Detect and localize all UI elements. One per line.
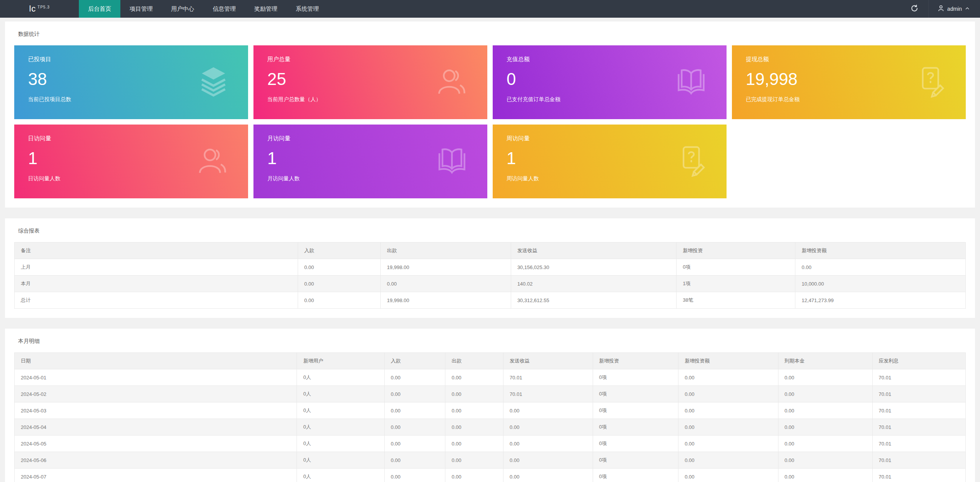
table-cell: 0.00 (503, 435, 593, 452)
card-title: 周访问量 (507, 135, 713, 142)
stats-panel: 数据统计 已投项目 38 当前已投项目总数 用户总量 25 当前 (5, 22, 975, 208)
table-row: 2024-05-010人0.000.0070.010项0.000.0070.01 (15, 369, 966, 386)
table-cell: 0.00 (385, 435, 445, 452)
summary-report-table: 备注入款出款发送收益新增投资新增投资额 上月0.0019,998.0030,15… (14, 242, 966, 309)
nav-item-system-management[interactable]: 系统管理 (287, 0, 328, 18)
table-cell: 12,471,273.99 (795, 292, 966, 309)
table-cell: 0人 (297, 452, 385, 469)
table-cell: 0.00 (445, 435, 503, 452)
table-cell: 0项 (593, 452, 678, 469)
table-cell: 2024-05-06 (15, 452, 297, 469)
table-cell: 70.01 (872, 469, 965, 482)
table-cell: 70.01 (872, 402, 965, 419)
table-row: 2024-05-030人0.000.000.000项0.000.0070.01 (15, 402, 966, 419)
table-cell: 0项 (593, 435, 678, 452)
table-cell: 70.01 (872, 452, 965, 469)
section-title-month-detail: 本月明细 (14, 336, 966, 352)
stat-card-daily-visits: 日访问量 1 日访问量人数 (14, 125, 248, 198)
topbar-right: admin (900, 0, 980, 18)
table-cell: 0.00 (678, 419, 778, 435)
table-cell: 0.00 (778, 469, 872, 482)
table-cell: 2024-05-04 (15, 419, 297, 435)
table-cell: 0.00 (298, 292, 380, 309)
table-cell: 70.01 (503, 369, 593, 386)
nav-item-user-center[interactable]: 用户中心 (162, 0, 203, 18)
stat-card-weekly-visits: 周访问量 1 周访问量人数 (493, 125, 727, 198)
table-cell: 0.00 (503, 469, 593, 482)
table-header-row: 备注入款出款发送收益新增投资新增投资额 (15, 243, 966, 259)
table-cell: 0.00 (778, 369, 872, 386)
table-cell: 0.00 (445, 369, 503, 386)
app-logo[interactable]: lc TP5.3 (0, 0, 79, 18)
table-cell: 0.00 (678, 469, 778, 482)
user-name: admin (947, 6, 962, 12)
column-header: 发送收益 (511, 243, 676, 259)
month-detail-table: 日期新增用户入款出款发送收益新增投资新增投资额到期本金应发利息 2024-05-… (14, 352, 966, 482)
table-cell: 0项 (593, 369, 678, 386)
card-title: 提现总额 (746, 56, 952, 63)
nav-item-project-management[interactable]: 项目管理 (120, 0, 162, 18)
stat-card-monthly-visits: 月访问量 1 月访问量人数 (253, 125, 487, 198)
table-cell: 0.00 (445, 419, 503, 435)
table-cell: 0项 (593, 419, 678, 435)
table-cell: 总计 (15, 292, 298, 309)
column-header: 入款 (385, 353, 445, 369)
logo-text: lc (29, 4, 36, 14)
table-cell: 0.00 (445, 469, 503, 482)
table-cell: 0项 (593, 386, 678, 402)
table-cell: 0.00 (503, 402, 593, 419)
table-cell: 0项 (677, 259, 795, 276)
table-cell: 0.00 (678, 369, 778, 386)
table-row: 2024-05-020人0.000.0070.010项0.000.0070.01 (15, 386, 966, 402)
table-cell: 0.00 (503, 452, 593, 469)
table-cell: 0.00 (678, 402, 778, 419)
nav-item-info-management[interactable]: 信息管理 (203, 0, 245, 18)
table-cell: 38笔 (677, 292, 795, 309)
table-cell: 0.00 (795, 259, 966, 276)
stat-card-withdraw-total: 提现总额 19,998 已完成提现订单总金额 (732, 45, 966, 119)
table-cell: 0.00 (778, 435, 872, 452)
refresh-button[interactable] (900, 0, 928, 18)
table-cell: 2024-05-07 (15, 469, 297, 482)
column-header: 出款 (381, 243, 511, 259)
month-detail-panel: 本月明细 日期新增用户入款出款发送收益新增投资新增投资额到期本金应发利息 202… (5, 329, 975, 482)
table-cell: 0.00 (778, 386, 872, 402)
card-title: 已投项目 (28, 56, 234, 63)
card-title: 充值总额 (507, 56, 713, 63)
section-title-summary: 综合报表 (14, 225, 966, 242)
table-cell: 19,998.00 (381, 292, 511, 309)
column-header: 新增投资 (593, 353, 678, 369)
table-cell: 0.00 (381, 276, 511, 292)
table-row: 2024-05-070人0.000.000.000项0.000.0070.01 (15, 469, 966, 482)
book-icon (674, 65, 708, 100)
nav-item-reward-management[interactable]: 奖励管理 (245, 0, 287, 18)
stat-card-recharge-total: 充值总额 0 已支付充值订单总金额 (493, 45, 727, 119)
table-header-row: 日期新增用户入款出款发送收益新增投资新增投资额到期本金应发利息 (15, 353, 966, 369)
refresh-icon (910, 4, 918, 14)
table-cell: 140.02 (511, 276, 676, 292)
nav-item-dashboard[interactable]: 后台首页 (79, 0, 120, 18)
logo-version: TP5.3 (38, 5, 50, 9)
table-cell: 0.00 (445, 386, 503, 402)
doc-question-icon (676, 145, 708, 178)
column-header: 到期本金 (778, 353, 872, 369)
table-cell: 0.00 (385, 402, 445, 419)
stat-card-invested-projects: 已投项目 38 当前已投项目总数 (14, 45, 248, 119)
column-header: 发送收益 (503, 353, 593, 369)
user-menu[interactable]: admin (929, 0, 980, 18)
table-cell: 0.00 (678, 386, 778, 402)
table-cell: 2024-05-02 (15, 386, 297, 402)
column-header: 日期 (15, 353, 297, 369)
table-cell: 0.00 (678, 452, 778, 469)
table-cell: 70.01 (503, 386, 593, 402)
layers-icon (197, 65, 230, 99)
stat-card-total-users: 用户总量 25 当前用户总数量（人） (253, 45, 487, 119)
users-icon (196, 144, 230, 179)
table-cell: 1项 (677, 276, 795, 292)
table-cell: 0人 (297, 402, 385, 419)
stat-cards-grid: 已投项目 38 当前已投项目总数 用户总量 25 当前用户总数量（人） (14, 45, 966, 198)
main-nav: 后台首页 项目管理 用户中心 信息管理 奖励管理 系统管理 (79, 0, 328, 18)
table-cell: 0.00 (445, 402, 503, 419)
top-nav-bar: lc TP5.3 后台首页 项目管理 用户中心 信息管理 奖励管理 系统管理 (0, 0, 980, 18)
column-header: 出款 (445, 353, 503, 369)
